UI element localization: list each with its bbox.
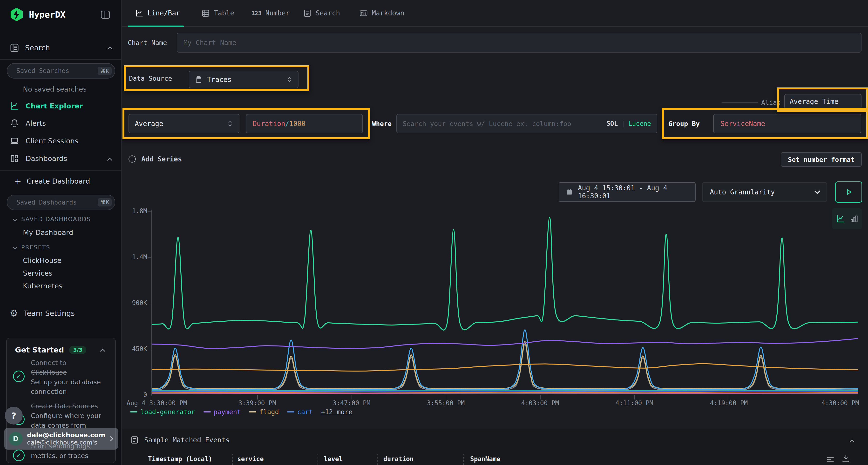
get-started-item-1[interactable]: Connect to ClickHouse Set up your databa… (31, 358, 101, 397)
sidebar-item-alerts[interactable]: Alerts (10, 119, 46, 128)
tab-number[interactable]: 123 Number (251, 0, 290, 26)
chevron-up-icon[interactable] (100, 348, 105, 354)
legend-item-payment[interactable]: payment (204, 408, 241, 416)
column-resizer[interactable] (377, 454, 378, 465)
search-panel-icon (10, 43, 19, 53)
get-started-header[interactable]: Get Started 3/3 (15, 345, 86, 354)
search-section-label: Search (25, 44, 50, 52)
line-chart-icon (10, 101, 19, 111)
sample-events-title: Sample Matched Events (144, 436, 229, 444)
chevron-up-icon[interactable] (107, 158, 112, 163)
presets-group[interactable]: PRESETS (13, 244, 51, 251)
tab-line-bar[interactable]: Line/Bar (135, 0, 180, 26)
sidebar-item-chart-explorer[interactable]: Chart Explorer (10, 101, 83, 111)
chevron-down-icon (13, 217, 17, 222)
alias-input[interactable] (784, 94, 862, 109)
sidebar-item-client-sessions[interactable]: Client Sessions (10, 136, 79, 146)
series-line-load-generator (152, 218, 858, 330)
x-tick-label: 4:19:00 PM (710, 399, 748, 407)
sidebar-section-search[interactable]: Search (10, 43, 50, 53)
sidebar-item-my-dashboard[interactable]: My Dashboard (23, 228, 73, 237)
group-by-input[interactable]: ServiceName (713, 114, 861, 133)
chevron-right-icon (108, 436, 113, 441)
legend-more-link[interactable]: +12 more (321, 408, 352, 416)
saved-dashboards-input[interactable]: ⌘K (7, 195, 115, 210)
saved-searches-field[interactable] (17, 67, 98, 74)
column-header-spanname[interactable]: SpanName (470, 455, 500, 463)
field-expression-input[interactable]: Duration/1000 (246, 114, 363, 133)
x-tick-label: 3:55:00 PM (427, 399, 465, 407)
y-tick-label: 1.4M (127, 254, 147, 261)
team-settings-label: Team Settings (24, 309, 75, 318)
lucene-mode-toggle[interactable]: Lucene (628, 120, 651, 127)
select-updown-icon (286, 75, 293, 84)
chart-name-input[interactable] (177, 33, 862, 53)
sidebar-item-dashboards[interactable]: Dashboards (10, 154, 67, 163)
sample-events-header[interactable]: Sample Matched Events (130, 436, 229, 444)
y-tick-label: 450K (127, 345, 147, 353)
column-header-service[interactable]: service (237, 455, 264, 463)
y-tick-label: 0 (127, 391, 147, 399)
brand: HyperDX (10, 7, 66, 22)
sidebar-item-team-settings[interactable]: ⚙ Team Settings (10, 308, 75, 318)
select-updown-icon (227, 120, 233, 128)
chevron-down-icon (814, 188, 820, 194)
saved-searches-input[interactable]: ⌘K (7, 63, 115, 78)
chevron-up-icon[interactable] (107, 46, 112, 52)
legend-label: load-generator (140, 408, 195, 416)
where-label: Where (372, 120, 392, 128)
column-header-timestamp[interactable]: Timestamp (Local) (148, 455, 212, 463)
field-token: Duration (253, 120, 285, 128)
tab-label: Table (214, 9, 234, 17)
sidebar-item-label: Dashboards (26, 155, 67, 163)
column-resizer[interactable] (232, 454, 233, 465)
series-line-other (152, 390, 858, 391)
sidebar-item-clickhouse[interactable]: ClickHouse (23, 256, 61, 265)
sidebar-item-services[interactable]: Services (23, 269, 52, 277)
legend-label: payment (214, 408, 241, 416)
user-menu[interactable]: D dale@clickhouse.com dale@clickhouse.co… (4, 428, 118, 450)
column-header-duration[interactable]: duration (383, 455, 413, 463)
column-resizer[interactable] (463, 454, 464, 465)
where-input[interactable]: SQL | Lucene (396, 114, 657, 133)
time-range-picker[interactable]: Aug 4 15:30:01 - Aug 4 16:30:01 (559, 182, 695, 202)
saved-dashboards-group[interactable]: SAVED DASHBOARDS (13, 216, 91, 223)
tab-markdown[interactable]: Markdown (359, 0, 404, 26)
tab-label: Markdown (372, 9, 404, 17)
add-series-button[interactable]: Add Series (128, 155, 182, 163)
saved-dashboards-field[interactable] (17, 199, 98, 206)
legend-item-cart[interactable]: cart (287, 408, 313, 416)
timeseries-chart[interactable] (152, 211, 858, 395)
data-source-select[interactable]: Traces (189, 71, 299, 88)
aggregation-select[interactable]: Average (128, 114, 240, 133)
x-tick-label: 3:39:00 PM (239, 399, 276, 407)
legend-item-flagd[interactable]: flagd (249, 408, 279, 416)
set-number-format-button[interactable]: Set number format (781, 152, 862, 167)
bell-icon (10, 119, 19, 128)
help-button[interactable]: ? (5, 407, 23, 425)
get-started-item-2[interactable]: Create Data Sources Configure where your… (31, 401, 101, 430)
granularity-select[interactable]: Auto Granularity (702, 182, 827, 202)
series-line-other (152, 392, 858, 393)
check-circle-icon: ✓ (13, 450, 25, 461)
sidebar-collapse-button[interactable] (100, 10, 111, 19)
create-dashboard-label: Create Dashboard (27, 177, 90, 185)
brand-title: HyperDX (29, 10, 66, 20)
tab-table[interactable]: Table (201, 0, 234, 26)
series-line-other (152, 393, 858, 394)
column-header-level[interactable]: level (324, 455, 343, 463)
run-query-button[interactable] (835, 181, 862, 203)
legend-item-load-generator[interactable]: load-generator (130, 408, 195, 416)
sql-mode-toggle[interactable]: SQL (607, 120, 618, 127)
divider (0, 59, 122, 60)
download-icon[interactable] (841, 454, 851, 464)
calendar-icon (565, 188, 573, 196)
sidebar-item-label: Alerts (26, 119, 46, 128)
create-dashboard-button[interactable]: + Create Dashboard (14, 176, 90, 186)
line-bar-tab-icon (135, 9, 144, 18)
tab-search[interactable]: Search (303, 0, 340, 26)
table-options-icon[interactable] (826, 455, 835, 464)
column-resizer[interactable] (317, 454, 318, 465)
sidebar-item-kubernetes[interactable]: Kubernetes (23, 282, 62, 290)
step-title: Connect to (31, 358, 101, 368)
